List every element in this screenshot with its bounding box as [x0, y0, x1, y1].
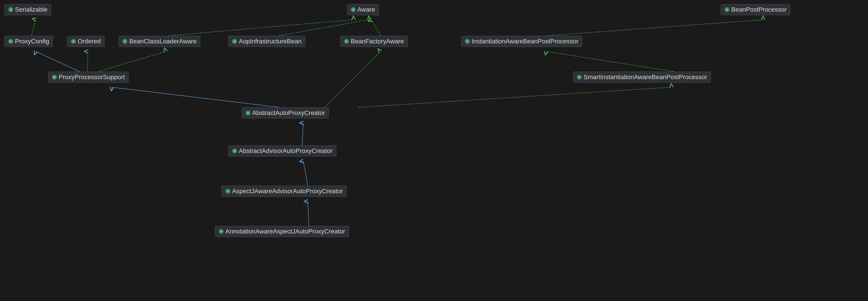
node-icon-proxyconfig [8, 39, 13, 44]
node-label-abstractadvisorautoproxycreator: AbstractAdvisorAutoProxyCreator [239, 147, 333, 155]
node-icon-beanpostprocessor [724, 7, 730, 12]
node-label-proxyprocessorsupport: ProxyProcessorSupport [59, 74, 125, 81]
diagram-container: Serializable Aware BeanPostProcessor Pro… [0, 0, 868, 301]
node-label-beanclassloaderaware: BeanClassLoaderAware [129, 38, 196, 45]
node-label-beanpostprocessor: BeanPostProcessor [731, 6, 786, 13]
svg-line-11 [302, 123, 303, 145]
svg-line-0 [36, 52, 80, 72]
svg-line-4 [358, 87, 672, 107]
node-icon-proxyprocessorsupport [52, 75, 57, 79]
node-annotationawareaspectjautoproxycreator[interactable]: AnnotationAwareAspectJAutoProxyCreator [215, 226, 349, 237]
node-proxyconfig[interactable]: ProxyConfig [4, 36, 53, 47]
svg-line-3 [324, 52, 380, 107]
node-label-serializable: Serializable [15, 6, 48, 13]
svg-line-10 [31, 20, 36, 36]
node-abstractautoproxycreator[interactable]: AbstractAutoProxyCreator [242, 107, 329, 119]
node-icon-aopinfrastructurebean [232, 39, 237, 44]
node-serializable[interactable]: Serializable [4, 4, 51, 15]
node-ordered[interactable]: Ordered [67, 36, 104, 47]
node-label-abstractautoproxycreator: AbstractAutoProxyCreator [252, 109, 325, 116]
node-beanpostprocessor[interactable]: BeanPostProcessor [721, 4, 790, 15]
svg-line-8 [546, 20, 763, 36]
svg-line-13 [308, 201, 309, 226]
node-label-aware: Aware [358, 6, 375, 13]
svg-line-2 [112, 87, 280, 107]
node-label-proxyconfig: ProxyConfig [15, 38, 49, 45]
node-aspectjawareadvisorautoproxycreator[interactable]: AspectJAwareAdvisorAutoProxyCreator [222, 186, 346, 197]
node-label-beanfactoryaware: BeanFactoryAware [351, 38, 404, 45]
node-icon-smartinstantiationawarebeanpostprocessor [577, 75, 582, 79]
svg-line-12 [303, 161, 308, 186]
node-icon-abstractautoproxycreator [246, 110, 250, 115]
node-icon-beanclassloaderaware [122, 39, 127, 44]
node-icon-abstractadvisorautoproxycreator [232, 148, 237, 154]
svg-line-9 [546, 52, 674, 72]
node-label-smartinstantiationawarebeanpostprocessor: SmartInstantiationAwareBeanPostProcessor [584, 74, 707, 81]
svg-line-5 [279, 20, 369, 36]
node-abstractadvisorautoproxycreator[interactable]: AbstractAdvisorAutoProxyCreator [228, 145, 336, 157]
node-icon-aware [351, 7, 356, 12]
svg-line-14 [87, 52, 88, 72]
node-icon-annotationawareaspectjautoproxycreator [219, 229, 224, 234]
node-label-annotationawareaspectjautoproxycreator: AnnotationAwareAspectJAutoProxyCreator [225, 228, 345, 235]
node-label-instantiationawarebeanpostprocessor: InstantiationAwareBeanPostProcessor [472, 38, 578, 45]
node-icon-aspectjawareadvisorautoproxycreator [225, 189, 230, 194]
node-label-aopinfrastructurebean: AopInfrastructureBean [239, 38, 302, 45]
node-proxyprocessorsupport[interactable]: ProxyProcessorSupport [48, 72, 129, 83]
svg-line-7 [168, 20, 354, 36]
node-instantiationawarebeanpostprocessor[interactable]: InstantiationAwareBeanPostProcessor [461, 36, 582, 47]
node-icon-ordered [71, 39, 76, 44]
node-icon-beanfactoryaware [344, 39, 349, 44]
node-beanfactoryaware[interactable]: BeanFactoryAware [340, 36, 408, 47]
node-icon-serializable [8, 7, 13, 12]
node-aware[interactable]: Aware [347, 4, 379, 15]
node-label-ordered: Ordered [78, 38, 101, 45]
node-aopinfrastructurebean[interactable]: AopInfrastructureBean [228, 36, 305, 47]
node-beanclassloaderaware[interactable]: BeanClassLoaderAware [119, 36, 200, 47]
svg-line-1 [98, 52, 166, 72]
node-label-aspectjawareadvisorautoproxycreator: AspectJAwareAdvisorAutoProxyCreator [232, 188, 343, 195]
node-icon-instantiationawarebeanpostprocessor [465, 39, 470, 44]
svg-line-6 [372, 20, 380, 36]
node-smartinstantiationawarebeanpostprocessor[interactable]: SmartInstantiationAwareBeanPostProcessor [573, 72, 711, 83]
